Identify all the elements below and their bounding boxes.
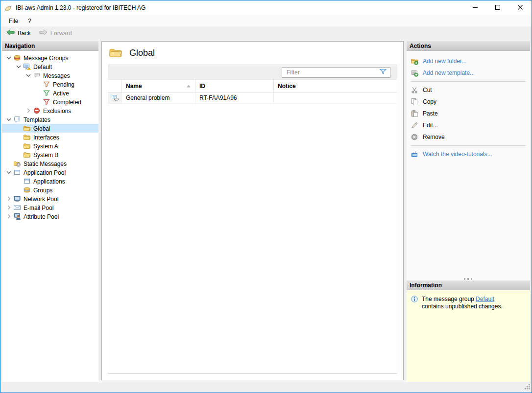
forward-button[interactable]: Forward [36,27,75,39]
chevron-right-icon[interactable] [24,107,32,115]
table-body: General problemRT-FAA91A96 [108,92,397,104]
panel-splitter[interactable] [407,276,530,280]
table-row-general-problem[interactable]: General problemRT-FAA91A96 [108,92,397,104]
tree-item-exclusions[interactable]: Exclusions [2,106,98,115]
actions-panel: Actions Add new folder...Add new templat… [407,41,530,276]
window-title: IBI-aws Admin 1.23.0 - registered for IB… [16,4,145,11]
templates-list-box: Filter Name ID Notice General prob [108,65,397,374]
chevron-spacer [15,133,23,141]
chevron-right-icon[interactable] [5,204,13,211]
actions-header: Actions [407,41,530,51]
column-header-name[interactable]: Name [122,80,195,92]
folder-icon [23,151,31,159]
actions-divider [411,145,526,146]
tree-item-active[interactable]: Active [2,89,98,97]
template-row-icon [108,92,122,104]
column-header-icon[interactable] [108,80,122,92]
chevron-down-icon[interactable] [5,116,13,123]
maximize-icon [495,4,501,12]
resize-grip-icon[interactable] [524,383,531,392]
tree-item-applications[interactable]: Applications [2,177,98,185]
chevron-right-icon[interactable] [5,212,13,220]
title-bar[interactable]: IBI-aws Admin 1.23.0 - registered for IB… [0,0,532,15]
tree-item-message-groups[interactable]: Message Groups [2,53,98,62]
action-add-new-folder[interactable]: Add new folder... [411,55,527,67]
info-text-before: The message group [422,296,476,302]
tree-item-label: E-mail Pool [24,204,53,211]
tree-item-interfaces[interactable]: Interfaces [2,133,98,141]
minimize-button[interactable] [464,0,486,15]
action-remove[interactable]: Remove [411,131,527,143]
app-logo-icon [4,4,12,12]
tree-item-label: Global [33,125,50,132]
tree-item-network-pool[interactable]: Network Pool [2,194,98,203]
tree-item-static-messages[interactable]: Static Messages [2,159,98,168]
funnel-completed-icon [42,98,51,106]
right-panel: Actions Add new folder...Add new templat… [407,41,530,382]
menu-help[interactable]: ? [23,16,36,26]
message-groups-icon [13,54,22,62]
tree-item-global[interactable]: Global [2,124,98,133]
tree-item-system-b[interactable]: System B [2,150,98,159]
filter-input[interactable]: Filter [282,67,390,78]
tree-item-label: Attribute Pool [24,213,59,220]
tree-item-groups[interactable]: Groups [2,185,98,194]
chevron-spacer [15,177,23,185]
column-header-notice[interactable]: Notice [274,80,397,92]
tree-item-label: System B [33,151,58,159]
action-watch-the-video-tutorials[interactable]: Watch the video-tutorials... [411,148,527,160]
folder-icon [23,133,31,141]
back-arrow-icon [6,28,15,38]
monitor-warning-icon [23,63,31,70]
back-label: Back [18,30,31,37]
navigation-tree: Message GroupsDefaultMessagesPendingActi… [2,51,98,382]
actions-divider [411,81,526,82]
tree-item-e-mail-pool[interactable]: E-mail Pool [2,203,98,212]
information-body: The message group Default contains unpub… [407,290,530,382]
tree-item-application-pool[interactable]: Application Pool [2,168,98,177]
tree-item-label: Network Pool [24,195,58,203]
tree-item-attribute-pool[interactable]: Attribute Pool [2,212,98,221]
main-header: Global [102,42,403,65]
tree-item-pending[interactable]: Pending [2,80,98,89]
messages-icon [32,71,41,79]
action-copy[interactable]: Copy [411,96,527,108]
groups-icon [23,186,31,194]
chevron-right-icon[interactable] [5,195,13,203]
action-label: Add new folder... [423,58,466,65]
menu-file[interactable]: File [4,16,23,26]
edit-icon [411,121,418,129]
tree-item-messages[interactable]: Messages [2,71,98,80]
action-label: Paste [423,110,438,117]
tree-item-label: Completed [53,98,81,106]
chevron-down-icon[interactable] [24,71,32,79]
video-icon [411,150,418,158]
tree-item-system-a[interactable]: System A [2,141,98,150]
action-add-new-template[interactable]: Add new template... [411,67,527,79]
close-button[interactable] [509,0,532,15]
exclusions-icon [32,107,41,115]
chevron-down-icon[interactable] [15,63,23,70]
tree-item-label: System A [33,142,58,150]
maximize-button[interactable] [486,0,509,15]
action-edit[interactable]: Edit... [411,119,527,131]
name-column-label: Name [126,83,142,90]
filter-funnel-icon[interactable] [379,68,387,77]
action-cut[interactable]: Cut [411,84,527,96]
chevron-down-icon[interactable] [5,168,13,176]
tree-item-completed[interactable]: Completed [2,97,98,106]
chevron-spacer [15,186,23,194]
sort-ascending-icon [186,84,191,88]
forward-label: Forward [50,30,72,37]
tree-item-default[interactable]: Default [2,62,98,71]
toolbar: Back Forward [0,26,532,40]
tree-item-templates[interactable]: Templates [2,115,98,124]
add-folder-icon [411,57,418,65]
content-area: Navigation Message GroupsDefaultMessages… [0,40,532,382]
column-header-id[interactable]: ID [195,80,274,92]
chevron-down-icon[interactable] [5,54,13,62]
default-group-link[interactable]: Default [476,296,494,302]
cell-id: RT-FAA91A96 [195,92,274,104]
back-button[interactable]: Back [3,27,34,39]
action-paste[interactable]: Paste [411,108,527,119]
